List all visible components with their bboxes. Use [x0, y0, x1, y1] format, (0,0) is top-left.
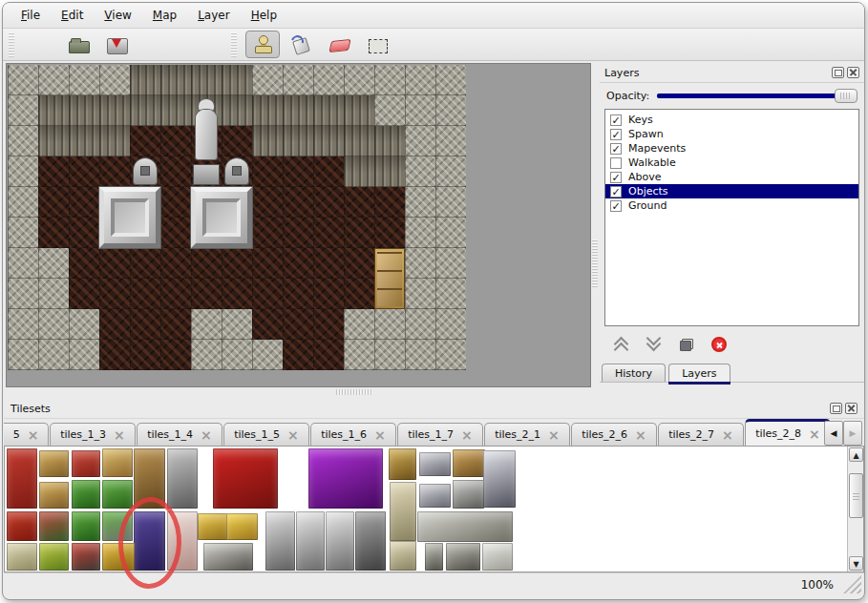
tileset-view[interactable]: ▲ ▼ — [4, 446, 864, 572]
map-tile-floor[interactable] — [222, 248, 252, 279]
tile-weapon-rack[interactable] — [39, 450, 69, 477]
menu-edit[interactable]: Edit — [51, 5, 94, 26]
map-tile-rock[interactable] — [38, 65, 69, 95]
tile-dresser-mirror[interactable] — [102, 448, 133, 477]
tile-banner-red[interactable] — [7, 448, 37, 509]
tileset-tab-tiles_1_6[interactable]: tiles_1_6× — [310, 423, 396, 446]
tile-debris-pile[interactable] — [453, 480, 484, 509]
layer-visibility-checkbox[interactable]: ✓ — [610, 114, 622, 126]
close-tab-icon[interactable]: × — [374, 430, 386, 440]
move-layer-up-button[interactable] — [611, 335, 632, 354]
map-tile-rock[interactable] — [8, 187, 38, 218]
map-tile-rock[interactable] — [191, 309, 222, 340]
map-object-cabinet[interactable] — [374, 248, 405, 309]
map-tile-rock[interactable] — [374, 95, 405, 126]
map-tile-cliff[interactable] — [344, 126, 374, 156]
map-tile-floor[interactable] — [69, 218, 99, 248]
tile-bed[interactable] — [167, 511, 198, 571]
map-tile-floor[interactable] — [222, 279, 252, 309]
layer-visibility-checkbox[interactable]: ✓ — [610, 200, 622, 212]
map-tile-rock[interactable] — [435, 218, 466, 248]
tile-plant-palm-2[interactable] — [72, 511, 100, 541]
map-tile-rock[interactable] — [405, 279, 435, 309]
map-tile-rock[interactable] — [99, 65, 130, 95]
tileset-tab-tiles_1_5[interactable]: tiles_1_5× — [223, 423, 309, 446]
scroll-down-icon[interactable]: ▼ — [849, 556, 863, 571]
map-tile-cliff[interactable] — [283, 95, 313, 126]
map-tile-rock[interactable] — [405, 248, 435, 279]
map-object-gravestone[interactable] — [222, 156, 252, 187]
map-tile-cliff[interactable] — [313, 126, 344, 156]
tile-throne-red-gold[interactable] — [213, 448, 278, 509]
menu-help[interactable]: Help — [241, 5, 287, 26]
tile-gargoyle-fountain[interactable] — [355, 511, 386, 571]
fill-tool-button[interactable] — [284, 31, 318, 58]
map-tile-floor[interactable] — [69, 279, 99, 309]
map-tile-floor[interactable] — [344, 187, 374, 218]
layer-visibility-checkbox[interactable] — [610, 157, 622, 169]
map-tile-floor[interactable] — [38, 187, 69, 218]
tile-wall-block-light[interactable] — [482, 543, 513, 571]
tileset-tab-tiles_2_7[interactable]: tiles_2_7× — [658, 423, 744, 446]
tile-chain-gold[interactable] — [198, 513, 228, 540]
tileset-tab-tiles_1_7[interactable]: tiles_1_7× — [397, 423, 483, 446]
layer-row-keys[interactable]: ✓Keys — [605, 113, 858, 127]
map-tile-floor[interactable] — [160, 156, 191, 187]
tile-plant-shrub[interactable] — [102, 480, 133, 509]
map-tile-floor[interactable] — [99, 340, 130, 370]
map-tile-floor[interactable] — [252, 248, 283, 279]
map-tile-floor[interactable] — [374, 187, 405, 218]
map-tile-floor[interactable] — [283, 248, 313, 279]
map-tile-floor[interactable] — [130, 126, 160, 156]
layer-row-walkable[interactable]: Walkable — [605, 156, 858, 170]
tile-plant-potted[interactable] — [102, 511, 133, 541]
close-tab-icon[interactable]: × — [114, 430, 125, 440]
map-tile-cliff[interactable] — [374, 126, 405, 156]
tileset-tab-tiles_1_4[interactable]: tiles_1_4× — [137, 423, 222, 446]
close-tab-icon[interactable]: × — [461, 430, 473, 440]
map-tile-cliff[interactable] — [374, 156, 405, 187]
map-tile-floor[interactable] — [160, 126, 191, 156]
tab-history[interactable]: History — [602, 364, 666, 382]
map-tile-rock[interactable] — [8, 156, 38, 187]
close-tab-icon[interactable]: × — [201, 430, 212, 440]
close-tab-icon[interactable]: × — [809, 429, 820, 439]
map-tile-cliff[interactable] — [252, 126, 283, 156]
map-tile-rock[interactable] — [69, 309, 99, 340]
map-tile-rock[interactable] — [8, 95, 38, 126]
map-tile-rock[interactable] — [435, 279, 466, 309]
map-canvas[interactable] — [6, 63, 591, 387]
tile-statue-angel[interactable] — [296, 511, 325, 571]
menu-view[interactable]: View — [94, 5, 141, 26]
map-tile-floor[interactable] — [69, 156, 99, 187]
eraser-tool-button[interactable] — [322, 31, 356, 58]
map-tile-cliff[interactable] — [99, 95, 130, 126]
map-tile-floor[interactable] — [160, 218, 191, 248]
tile-bench-wood[interactable] — [453, 449, 485, 477]
tile-statue-angel-2[interactable] — [326, 511, 354, 571]
map-tile-cliff[interactable] — [222, 65, 252, 95]
map-tile-floor[interactable] — [130, 248, 160, 279]
map-tile-floor[interactable] — [374, 218, 405, 248]
map-tile-rock[interactable] — [38, 340, 69, 370]
tile-obelisk-tall[interactable] — [390, 482, 416, 541]
open-button[interactable] — [61, 31, 95, 58]
map-tile-rock[interactable] — [38, 279, 69, 309]
close-tab-icon[interactable]: × — [722, 430, 733, 440]
undo-button[interactable] — [151, 31, 185, 58]
map-tile-floor[interactable] — [160, 248, 191, 279]
scroll-up-icon[interactable]: ▲ — [849, 447, 863, 462]
map-tile-rock[interactable] — [405, 126, 435, 156]
tile-bookshelf[interactable] — [39, 511, 69, 541]
map-tile-floor[interactable] — [252, 156, 283, 187]
opacity-slider[interactable] — [657, 89, 857, 103]
tile-wall-block-dark[interactable] — [446, 543, 480, 571]
map-tile-rock[interactable] — [8, 126, 38, 156]
map-tile-rock[interactable] — [405, 65, 435, 95]
stamp-tool-button[interactable] — [245, 31, 280, 58]
map-tile-floor[interactable] — [283, 156, 313, 187]
map-tile-floor[interactable] — [283, 279, 313, 309]
map-tile-cliff[interactable] — [69, 126, 99, 156]
map-tile-rock[interactable] — [405, 156, 435, 187]
map-tile-rock[interactable] — [8, 309, 38, 340]
